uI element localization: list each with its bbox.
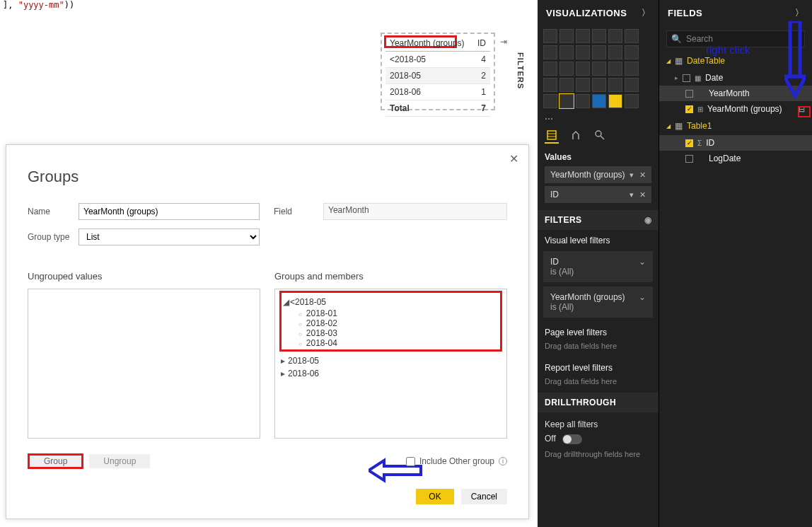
svg-rect-1 bbox=[547, 131, 556, 139]
viz-stacked-column-icon[interactable] bbox=[559, 29, 574, 43]
viz-map-icon[interactable] bbox=[625, 62, 639, 76]
cancel-button[interactable]: Cancel bbox=[461, 489, 507, 504]
name-label: Name bbox=[28, 207, 79, 216]
viz-slicer-icon[interactable] bbox=[543, 94, 557, 108]
drop-hint[interactable]: Drag data fields here bbox=[538, 339, 659, 357]
viz-arcgis-icon[interactable] bbox=[625, 94, 639, 108]
remove-icon[interactable]: ✕ bbox=[639, 170, 646, 180]
field-date[interactable]: ▸▦Date bbox=[659, 70, 812, 86]
viz-stacked-area-icon[interactable] bbox=[576, 45, 590, 59]
info-icon[interactable]: i bbox=[499, 457, 507, 465]
viz-treemap-icon[interactable] bbox=[608, 62, 622, 76]
well-item[interactable]: ID ▾✕ bbox=[545, 186, 651, 203]
col-header-group[interactable]: YearMonth (groups) bbox=[385, 35, 472, 52]
viz-line-icon[interactable] bbox=[543, 45, 557, 59]
fields-pane: FIELDS 〉 🔍 Search ◢▦DateTable ▸▦Date Yea… bbox=[659, 0, 812, 527]
list-item[interactable]: 2018-01 bbox=[283, 308, 499, 318]
table-visual: YearMonth (groups) ID <2018-05 4 2018-05… bbox=[385, 35, 490, 117]
viz-clustered-bar-icon[interactable] bbox=[576, 29, 590, 43]
groups-listbox[interactable]: ◢<2018-05 2018-01 2018-02 2018-03 2018-0… bbox=[274, 289, 507, 439]
viz-clustered-column-icon[interactable] bbox=[592, 29, 606, 43]
chevron-down-icon[interactable]: ⌄ bbox=[639, 292, 646, 302]
dialog-title: Groups bbox=[28, 168, 507, 186]
viz-ribbon-icon[interactable] bbox=[625, 45, 639, 59]
viz-filled-map-icon[interactable] bbox=[543, 78, 557, 92]
keep-all-filters-toggle[interactable] bbox=[562, 434, 582, 444]
field-readonly: YearMonth bbox=[323, 203, 507, 220]
viz-table-icon[interactable] bbox=[559, 94, 574, 108]
groups-dialog: ✕ Groups Name Field YearMonth Group type… bbox=[6, 144, 529, 519]
visualizations-pane: VISUALIZATIONS 〉 ⋯ bbox=[538, 0, 659, 527]
drop-hint[interactable]: Drag data fields here bbox=[538, 374, 659, 393]
fields-tab-icon[interactable] bbox=[545, 128, 559, 144]
ungroup-button[interactable]: Ungroup bbox=[89, 454, 150, 468]
include-other-group[interactable]: Include Other group i bbox=[406, 456, 507, 466]
drillthrough-heading: DRILLTHROUGH bbox=[545, 398, 616, 407]
viz-matrix-icon[interactable] bbox=[576, 94, 590, 108]
chevron-down-icon[interactable]: ▾ bbox=[630, 190, 634, 199]
viz-line-column-icon[interactable] bbox=[592, 45, 606, 59]
well-item[interactable]: YearMonth (groups) ▾✕ bbox=[545, 166, 651, 183]
visual-options-icon[interactable]: ⇥ bbox=[498, 37, 509, 47]
ok-button[interactable]: OK bbox=[416, 489, 453, 504]
list-item[interactable]: 2018-04 bbox=[283, 338, 499, 348]
table-row: 2018-05 2 bbox=[385, 68, 490, 84]
filters-collapsed-tab[interactable]: FILTERS bbox=[516, 52, 525, 89]
ungrouped-listbox[interactable] bbox=[28, 289, 260, 439]
filter-card[interactable]: ID is (All) ⌄ bbox=[543, 251, 653, 282]
visualizations-title: VISUALIZATIONS bbox=[546, 8, 627, 18]
field-yearmonth-groups[interactable]: ⊞YearMonth (groups) ⊟ bbox=[659, 101, 812, 117]
keep-all-filters-label: Keep all filters bbox=[545, 419, 651, 429]
viz-line-clustered-icon[interactable] bbox=[608, 45, 622, 59]
viz-100-bar-icon[interactable] bbox=[608, 29, 622, 43]
viz-card-icon[interactable] bbox=[592, 78, 606, 92]
name-input[interactable] bbox=[79, 203, 260, 220]
close-icon[interactable]: ✕ bbox=[509, 152, 518, 166]
table-header-table1[interactable]: ◢▦Table1 bbox=[659, 117, 812, 135]
col-header-id[interactable]: ID bbox=[472, 35, 490, 52]
viz-area-icon[interactable] bbox=[559, 45, 574, 59]
toggle-off-label: Off bbox=[545, 434, 556, 444]
viz-donut-icon[interactable] bbox=[592, 62, 606, 76]
viz-multirow-icon[interactable] bbox=[608, 78, 622, 92]
chevron-down-icon[interactable]: ⌄ bbox=[639, 257, 646, 267]
remove-icon[interactable]: ✕ bbox=[639, 190, 646, 199]
viz-gauge-icon[interactable] bbox=[576, 78, 590, 92]
group-type-select[interactable]: List bbox=[79, 228, 260, 245]
format-tab-icon[interactable] bbox=[569, 128, 583, 144]
viz-funnel-icon[interactable] bbox=[559, 78, 574, 92]
list-item[interactable]: 2018-02 bbox=[283, 318, 499, 328]
group-button[interactable]: Group bbox=[28, 453, 83, 469]
list-item[interactable]: 2018-03 bbox=[283, 328, 499, 338]
viz-python-icon[interactable] bbox=[608, 94, 622, 108]
field-logdate[interactable]: LogDate bbox=[659, 151, 812, 166]
table-visual-container[interactable]: YearMonth (groups) ID <2018-05 4 2018-05… bbox=[381, 33, 495, 110]
filter-card[interactable]: YearMonth (groups) is (All) ⌄ bbox=[543, 286, 653, 318]
annotation-red-box-field bbox=[798, 106, 811, 117]
chevron-right-icon[interactable]: 〉 bbox=[642, 7, 651, 19]
drill-drop-hint[interactable]: Drag drillthrough fields here bbox=[538, 447, 659, 465]
include-other-checkbox[interactable] bbox=[406, 457, 415, 466]
groups-heading: Groups and members bbox=[274, 271, 507, 282]
table-header-datetable[interactable]: ◢▦DateTable bbox=[659, 52, 812, 70]
viz-r-icon[interactable] bbox=[592, 94, 606, 108]
fields-search[interactable]: 🔍 Search bbox=[666, 30, 805, 47]
chevron-right-icon[interactable]: 〉 bbox=[795, 7, 804, 19]
analytics-tab-icon[interactable] bbox=[593, 128, 607, 144]
formula-bar-fragment: ], "yyyy-mm")) bbox=[3, 0, 74, 10]
report-filters-label: Report level filters bbox=[538, 357, 659, 374]
viz-more-icon[interactable]: ⋯ bbox=[538, 111, 659, 124]
viz-scatter-icon[interactable] bbox=[559, 62, 574, 76]
field-yearmonth[interactable]: YearMonth bbox=[659, 86, 812, 101]
group-type-label: Group type bbox=[28, 232, 79, 242]
viz-kpi-icon[interactable] bbox=[625, 78, 639, 92]
viz-pie-icon[interactable] bbox=[576, 62, 590, 76]
viz-waterfall-icon[interactable] bbox=[543, 62, 557, 76]
eye-icon[interactable]: ◉ bbox=[644, 215, 652, 225]
chevron-down-icon[interactable]: ▾ bbox=[630, 170, 634, 180]
table-row: 2018-06 1 bbox=[385, 84, 490, 100]
svg-point-4 bbox=[596, 131, 601, 137]
viz-100-column-icon[interactable] bbox=[625, 29, 639, 43]
viz-stacked-bar-icon[interactable] bbox=[543, 29, 557, 43]
field-id[interactable]: ΣID bbox=[659, 135, 812, 151]
